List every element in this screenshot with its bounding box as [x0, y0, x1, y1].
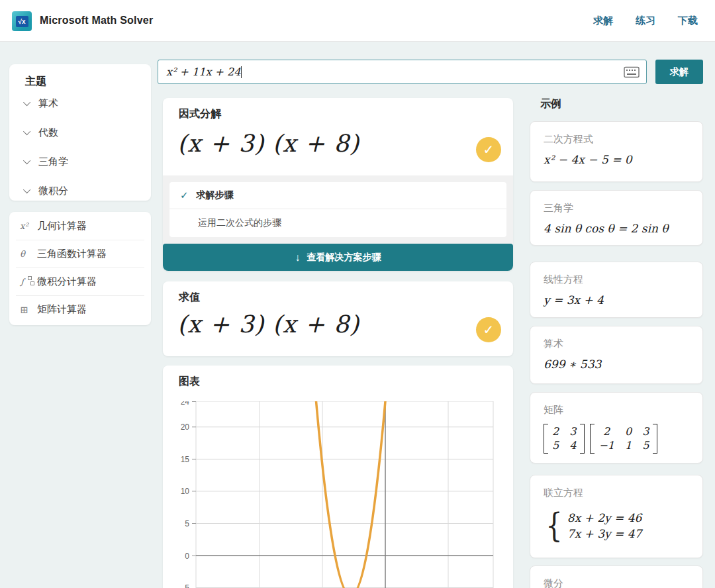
right-bracket	[653, 424, 657, 454]
equation-system: { 8x + 2y = 46 7x + 3y = 47	[544, 507, 702, 545]
evaluate-card-title: 求值	[179, 291, 200, 305]
theta-icon: θ	[20, 249, 37, 259]
steps-strip: ✓ 求解步骤 运用二次公式的步骤	[163, 175, 513, 244]
example-linear-equation[interactable]: 线性方程 y = 3x + 4	[530, 262, 703, 318]
math-solver-logo-icon[interactable]: √x	[12, 11, 32, 31]
topic-trigonometry[interactable]: 三角学	[25, 147, 151, 176]
matrix-grid-icon: ⊞	[20, 304, 37, 316]
graph-card-title: 图表	[179, 375, 200, 389]
matrix-expression: 2 3 5 4 2 0 3 −1 1 5	[544, 424, 702, 454]
function-graph[interactable]: 24 20 15 10 5 0 -5	[169, 401, 504, 588]
app-title: Microsoft Math Solver	[40, 15, 153, 26]
topic-calculus[interactable]: 微积分	[25, 176, 151, 205]
ytick-0: 0	[185, 552, 189, 561]
x-squared-icon: x²	[20, 221, 37, 231]
graph-card: 图表 24 20 15 10 5 0 -5	[163, 366, 513, 588]
example-arithmetic[interactable]: 算术 699 ∗ 533	[530, 326, 703, 384]
topics-panel: 主题 算术 代数 三角学 微积分	[9, 64, 151, 201]
ytick-5: 5	[185, 519, 189, 528]
chevron-down-icon	[23, 99, 30, 106]
example-matrix[interactable]: 矩阵 2 3 5 4 2 0 3 −1 1	[530, 392, 703, 464]
solve-steps-item[interactable]: ✓ 求解步骤	[169, 182, 506, 209]
quadratic-formula-steps-item[interactable]: 运用二次公式的步骤	[169, 209, 506, 236]
factor-result-expression: (x + 3) (x + 8)	[177, 130, 359, 157]
matrix-1: 2 3 5 4	[544, 424, 585, 454]
check-badge-icon: ✓	[476, 137, 501, 162]
ytick-10: 10	[181, 487, 190, 496]
topic-arithmetic[interactable]: 算术	[25, 89, 151, 118]
see-solution-steps-button[interactable]: ↓ 查看解决方案步骤	[163, 244, 513, 271]
chevron-down-icon	[23, 128, 30, 135]
equation-input-value: x² + 11x + 24	[166, 66, 240, 78]
ytick-15: 15	[181, 455, 190, 464]
calculators-panel: x² 几何计算器 θ 三角函数计算器 ∫ 微积分计算器 ⊞ 矩阵计算器	[9, 212, 151, 325]
steps-inner-card: ✓ 求解步骤 运用二次公式的步骤	[169, 182, 506, 237]
ytick-neg5: -5	[182, 583, 189, 588]
example-trigonometry[interactable]: 三角学 4 sin θ cos θ = 2 sin θ	[530, 190, 703, 246]
factor-card-title: 因式分解	[179, 107, 221, 121]
topic-algebra[interactable]: 代数	[25, 118, 151, 147]
trig-calculator-item[interactable]: θ 三角函数计算器	[16, 240, 144, 268]
example-differential[interactable]: 微分	[530, 565, 703, 588]
evaluate-result-expression: (x + 3) (x + 8)	[177, 311, 359, 338]
topics-title: 主题	[25, 75, 151, 89]
down-arrow-icon: ↓	[295, 252, 301, 264]
examples-panel: 示例 二次方程式 x² − 4x − 5 = 0 三角学 4 sin θ cos…	[530, 0, 703, 588]
ytick-24: 24	[181, 401, 190, 407]
teal-check-icon: ✓	[180, 189, 189, 201]
ytick-20: 20	[181, 422, 190, 432]
chevron-down-icon	[23, 186, 30, 193]
example-quadratic-equation[interactable]: 二次方程式 x² − 4x − 5 = 0	[530, 121, 703, 182]
right-bracket	[580, 424, 585, 454]
geometry-calculator-item[interactable]: x² 几何计算器	[16, 212, 144, 240]
check-badge-icon: ✓	[476, 317, 501, 342]
parabola-curve	[316, 401, 386, 588]
example-simultaneous-equations[interactable]: 联立方程 { 8x + 2y = 46 7x + 3y = 47	[530, 475, 703, 558]
factor-result-card: 因式分解 (x + 3) (x + 8) ✓ ✓ 求解步骤 运用二次公式的步骤 …	[163, 98, 513, 271]
left-bracket	[590, 424, 595, 454]
evaluate-result-card: 求值 (x + 3) (x + 8) ✓	[163, 281, 513, 356]
sqrt-x-glyph: √x	[16, 16, 28, 27]
left-brace: {	[546, 507, 562, 545]
calculus-calculator-item[interactable]: ∫ 微积分计算器	[16, 268, 144, 295]
left-bracket	[544, 424, 548, 454]
integral-icon: ∫	[20, 277, 37, 287]
chevron-down-icon	[23, 157, 30, 164]
examples-title: 示例	[540, 97, 561, 111]
matrix-2: 2 0 3 −1 1 5	[590, 424, 657, 454]
matrix-calculator-item[interactable]: ⊞ 矩阵计算器	[16, 295, 144, 323]
text-cursor	[241, 66, 242, 78]
